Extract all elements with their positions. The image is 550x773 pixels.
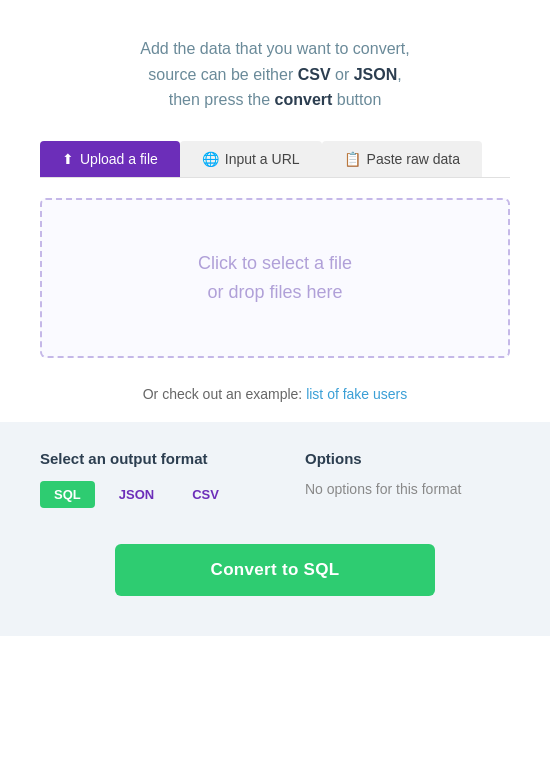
format-btn-csv[interactable]: CSV bbox=[178, 481, 233, 508]
example-prefix: Or check out an example: bbox=[143, 386, 306, 402]
example-link[interactable]: list of fake users bbox=[306, 386, 407, 402]
format-options-row: Select an output format SQL JSON CSV Opt… bbox=[40, 450, 510, 508]
bottom-section: Select an output format SQL JSON CSV Opt… bbox=[0, 422, 550, 636]
drop-line2: or drop files here bbox=[198, 278, 352, 307]
tab-paste[interactable]: 📋 Paste raw data bbox=[322, 141, 482, 177]
clipboard-icon: 📋 bbox=[344, 151, 361, 167]
format-buttons: SQL JSON CSV bbox=[40, 481, 245, 508]
desc-line2: source can be either bbox=[148, 66, 297, 83]
desc-line1: Add the data that you want to convert, bbox=[140, 40, 410, 57]
tab-upload[interactable]: ⬆ Upload a file bbox=[40, 141, 180, 177]
format-section-label: Select an output format bbox=[40, 450, 245, 467]
tab-url[interactable]: 🌐 Input a URL bbox=[180, 141, 322, 177]
drop-zone-wrapper: Click to select a file or drop files her… bbox=[0, 178, 550, 378]
csv-label: CSV bbox=[298, 66, 331, 83]
globe-icon: 🌐 bbox=[202, 151, 219, 167]
convert-button[interactable]: Convert to SQL bbox=[115, 544, 435, 596]
convert-label: convert bbox=[275, 91, 333, 108]
example-text: Or check out an example: list of fake us… bbox=[0, 386, 550, 402]
format-btn-json[interactable]: JSON bbox=[105, 481, 168, 508]
or-text: or bbox=[331, 66, 354, 83]
format-btn-sql[interactable]: SQL bbox=[40, 481, 95, 508]
comma-text: , bbox=[397, 66, 401, 83]
header-section: Add the data that you want to convert, s… bbox=[0, 0, 550, 141]
upload-icon: ⬆ bbox=[62, 151, 74, 167]
drop-zone-text: Click to select a file or drop files her… bbox=[198, 249, 352, 307]
tab-paste-label: Paste raw data bbox=[367, 151, 460, 167]
button-text: button bbox=[332, 91, 381, 108]
drop-zone[interactable]: Click to select a file or drop files her… bbox=[40, 198, 510, 358]
format-column: Select an output format SQL JSON CSV bbox=[40, 450, 245, 508]
description-text: Add the data that you want to convert, s… bbox=[40, 36, 510, 113]
no-options-text: No options for this format bbox=[305, 481, 510, 497]
json-label: JSON bbox=[354, 66, 398, 83]
drop-line1: Click to select a file bbox=[198, 249, 352, 278]
convert-btn-wrapper: Convert to SQL bbox=[40, 544, 510, 596]
tabs-container: ⬆ Upload a file 🌐 Input a URL 📋 Paste ra… bbox=[40, 141, 510, 178]
tab-upload-label: Upload a file bbox=[80, 151, 158, 167]
desc-line3: then press the bbox=[169, 91, 275, 108]
options-column: Options No options for this format bbox=[305, 450, 510, 497]
tab-url-label: Input a URL bbox=[225, 151, 300, 167]
options-section-label: Options bbox=[305, 450, 510, 467]
